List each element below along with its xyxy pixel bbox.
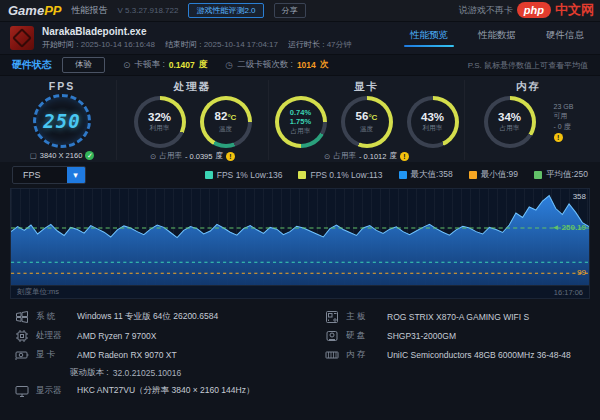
cpu-icon	[14, 328, 29, 343]
stutter-rate-metric: ⊙ 卡顿率 : 0.1407 度	[123, 59, 207, 71]
start-time-label: 开始时间 :	[42, 40, 78, 49]
fps-chart: 358 ◄ 250.19 99 刻度单位:ms 16:17:06	[10, 188, 590, 299]
watermark-slogan: 说游戏不再卡	[459, 4, 513, 17]
logo-pp: PP	[44, 3, 61, 18]
driver-value: 32.0.21025.10016	[113, 368, 182, 378]
tab-hardware-info[interactable]: 硬件信息	[544, 26, 586, 47]
fps-title: FPS	[49, 80, 75, 92]
legend-fps-01-low[interactable]: FPS 0.1% Low:113	[298, 169, 382, 181]
chart-min-label: 99	[577, 269, 586, 277]
gpu-section: 显卡 0.74% 1.75% 占用率 56°C 温度	[268, 80, 464, 160]
memory-section: 内存 34% 占用率 23 GB 可用 - 0 度 !	[464, 80, 592, 160]
cpu-section: 处理器 32% 利用率 82°C 温度 ⊙	[116, 80, 268, 160]
memory-degree: - 0 度	[554, 122, 571, 132]
chart-max-label: 358	[573, 193, 586, 201]
gpu-value: AMD Radeon RX 9070 XT	[77, 350, 177, 360]
os-value: Windows 11 专业版 64位 26200.6584	[77, 311, 218, 323]
monitor-icon	[14, 383, 29, 398]
stutter-count-label: 二级卡顿次数 :	[237, 59, 293, 71]
legend-min[interactable]: 最小值:99	[469, 169, 518, 181]
metric-selector-value: FPS	[13, 170, 67, 180]
share-button[interactable]: 分享	[274, 3, 306, 18]
gpu-temp-gauge: 56°C 温度	[341, 96, 393, 148]
ram-value: UniIC Semiconductors 48GB 6000MHz 36-48-…	[387, 350, 571, 360]
hover-hint-note: P.S. 鼠标悬停数值上可查看平均值	[468, 60, 588, 71]
memory-usage-gauge: 34% 占用率	[484, 96, 536, 148]
cpu-title: 处理器	[174, 80, 212, 94]
hardware-state-label[interactable]: 硬件状态	[12, 58, 52, 72]
cpu-sub-label: 占用率	[159, 151, 182, 161]
cpu-footnote: ⊙ 占用率 - 0.0395 度 !	[150, 151, 235, 161]
info-row-monitor: 显示器 HKC ANT27VU（分辨率 3840 × 2160 144Hz）	[14, 381, 306, 400]
tab-performance-data[interactable]: 性能数据	[476, 26, 518, 47]
end-time-label: 结束时间 :	[165, 40, 201, 49]
timer-icon: ◷	[225, 60, 233, 70]
info-row-ram: 内 存 UniIC Semiconductors 48GB 6000MHz 36…	[324, 345, 586, 364]
driver-label: 驱动版本 :	[70, 367, 109, 379]
info-icon: !	[400, 152, 409, 161]
stutter-count-value: 1014	[297, 60, 316, 70]
info-row-driver: 驱动版本 : 32.0.21025.10016	[14, 364, 306, 381]
disk-value: SHGP31-2000GM	[387, 331, 456, 341]
info-icon: !	[554, 133, 563, 142]
fps-section: FPS 250 ▢ 3840 X 2160 ✓	[8, 80, 116, 160]
chart-legend: FPS 1% Low:136 FPS 0.1% Low:113 最大值:358 …	[205, 169, 588, 181]
info-icon: !	[226, 152, 235, 161]
dial-icon: ⊙	[150, 152, 156, 161]
logo-game: Game	[8, 3, 44, 18]
gpu-load-label: 利用率	[423, 124, 443, 133]
watermark-cn-text: 中文网	[555, 1, 594, 19]
fps-gauge: 250	[33, 94, 91, 148]
legend-swatch	[469, 171, 477, 179]
cpu-usage-label: 利用率	[150, 124, 170, 133]
gpu-sub-value: - 0.1012	[359, 152, 387, 161]
tab-performance-overview[interactable]: 性能预览	[408, 26, 450, 47]
info-row-motherboard: 主 板 ROG STRIX X870-A GAMING WIFI S	[324, 307, 586, 326]
monitor-value: HKC ANT27VU（分辨率 3840 × 2160 144Hz）	[77, 385, 254, 397]
gamepp-performance-report-window: GamePP 性能报告 V 5.3.27.918.722 游戏性能评测2.0 分…	[0, 0, 600, 420]
dial-icon: ⊙	[324, 152, 330, 161]
motherboard-label: 主 板	[346, 311, 380, 323]
info-row-os: 系 统 Windows 11 专业版 64位 26200.6584	[14, 307, 306, 326]
session-times: 开始时间 : 2025-10-14 16:16:48 结束时间 : 2025-1…	[42, 39, 352, 50]
gpu-busy-gauge: 0.74% 1.75% 占用率	[275, 96, 327, 148]
disk-icon	[324, 328, 339, 343]
chart-end-time: 16:17:06	[554, 288, 583, 297]
cpu-temp-label: 温度	[219, 125, 232, 134]
report-tabs: 性能预览 性能数据 硬件信息	[408, 26, 586, 47]
cpu-usage-value: 32%	[148, 111, 171, 123]
legend-swatch	[534, 171, 542, 179]
memory-side-info: 23 GB 可用 - 0 度 !	[554, 103, 574, 142]
check-icon: ✓	[85, 151, 94, 160]
gpu-sub-label: 占用率	[333, 151, 356, 161]
info-row-cpu: 处理器 AMD Ryzen 7 9700X	[14, 326, 306, 345]
legend-fps-1-low[interactable]: FPS 1% Low:136	[205, 169, 283, 181]
chevron-down-icon[interactable]: ▾	[67, 166, 85, 184]
memory-available-label: 可用	[554, 111, 568, 121]
experience-mode-button[interactable]: 体验	[62, 57, 105, 73]
title-bar: GamePP 性能报告 V 5.3.27.918.722 游戏性能评测2.0 分…	[0, 0, 600, 22]
legend-swatch	[298, 171, 306, 179]
stutter-count-metric: ◷ 二级卡顿次数 : 1014 次	[225, 59, 328, 71]
monitor-label: 显示器	[36, 385, 70, 397]
legend-max[interactable]: 最大值:358	[399, 169, 453, 181]
system-info-grid: 系 统 Windows 11 专业版 64位 26200.6584 处理器 AM…	[0, 299, 600, 400]
stutter-rate-label: 卡顿率 :	[135, 59, 165, 71]
php-cn-watermark: 说游戏不再卡 php 中文网	[459, 1, 594, 19]
ram-icon	[324, 347, 339, 362]
fps-chart-plot[interactable]: 358 ◄ 250.19 99	[11, 189, 589, 285]
gpu-temp-value: 56°C	[356, 110, 378, 124]
legend-avg[interactable]: 平均值:250	[534, 169, 588, 181]
cpu-sub-value: - 0.0395	[185, 152, 213, 161]
cpu-usage-gauge: 32% 利用率	[134, 96, 186, 148]
end-time-value: 2025-10-14 17:04:17	[204, 40, 278, 49]
legend-swatch	[205, 171, 213, 179]
gpu-busy-label: 占用率	[291, 127, 311, 136]
metric-selector[interactable]: FPS ▾	[12, 166, 86, 184]
stutter-rate-unit: 度	[199, 59, 208, 71]
stutter-rate-value: 0.1407	[169, 60, 195, 70]
info-row-gpu: 显 卡 AMD Radeon RX 9070 XT	[14, 345, 306, 364]
game-header: NarakaBladepoint.exe 开始时间 : 2025-10-14 1…	[0, 22, 600, 54]
benchmark-button[interactable]: 游戏性能评测2.0	[188, 3, 263, 18]
start-time-value: 2025-10-14 16:16:48	[81, 40, 155, 49]
